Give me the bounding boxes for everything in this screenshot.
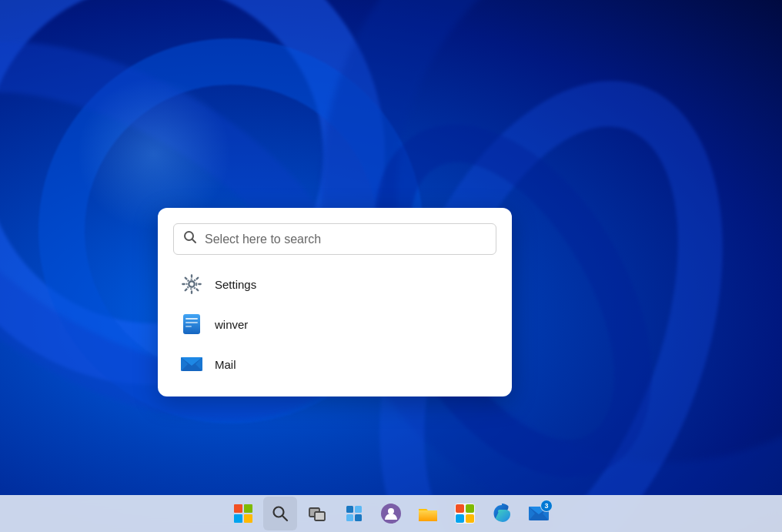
search-box[interactable]: Select here to search [173, 223, 496, 255]
svg-point-2 [189, 281, 194, 286]
svg-rect-14 [346, 514, 353, 521]
windows-logo-icon [234, 504, 252, 523]
folder-icon [417, 504, 439, 523]
menu-item-settings[interactable]: Settings [173, 264, 496, 304]
search-popup: Select here to search Settings [158, 208, 512, 396]
search-icon [183, 230, 197, 248]
taskbar-widgets-button[interactable] [337, 497, 371, 530]
taskbar-store-button[interactable] [448, 497, 482, 530]
svg-line-1 [192, 239, 196, 243]
settings-label: Settings [215, 278, 256, 291]
winver-label: winver [215, 318, 248, 331]
taskbar-meet-button[interactable] [374, 497, 408, 530]
taskbar-search-button[interactable] [263, 497, 297, 530]
taskbar-taskview-button[interactable] [300, 497, 334, 530]
menu-item-winver[interactable]: winver [173, 304, 496, 344]
taskbar: 3 [0, 495, 782, 532]
search-placeholder: Select here to search [205, 233, 321, 246]
svg-rect-13 [355, 506, 362, 513]
mail-badge: 3 [540, 500, 553, 512]
taskbar-mail-button[interactable]: 3 [522, 497, 556, 530]
taskbar-edge-button[interactable] [485, 497, 519, 530]
svg-rect-22 [466, 514, 474, 523]
widgets-icon [346, 505, 363, 522]
taskbar-fileexplorer-button[interactable] [411, 497, 445, 530]
svg-rect-19 [456, 504, 464, 513]
svg-rect-20 [466, 504, 474, 513]
desktop: Select here to search Settings [0, 0, 782, 532]
winver-icon [179, 312, 204, 336]
menu-item-mail[interactable]: Mail [173, 344, 496, 384]
taskview-icon [309, 506, 326, 521]
search-taskbar-icon [272, 505, 289, 522]
settings-icon [179, 272, 204, 296]
mail-icon [179, 352, 204, 376]
svg-rect-12 [346, 506, 353, 513]
store-icon [455, 504, 475, 524]
svg-point-17 [388, 508, 394, 514]
mail-label: Mail [215, 358, 236, 371]
svg-rect-11 [315, 512, 325, 520]
meet-icon [380, 503, 402, 524]
svg-rect-15 [355, 514, 362, 521]
taskbar-start-button[interactable] [226, 497, 260, 530]
svg-line-9 [282, 516, 287, 520]
edge-icon [492, 504, 512, 524]
svg-rect-21 [456, 514, 464, 523]
